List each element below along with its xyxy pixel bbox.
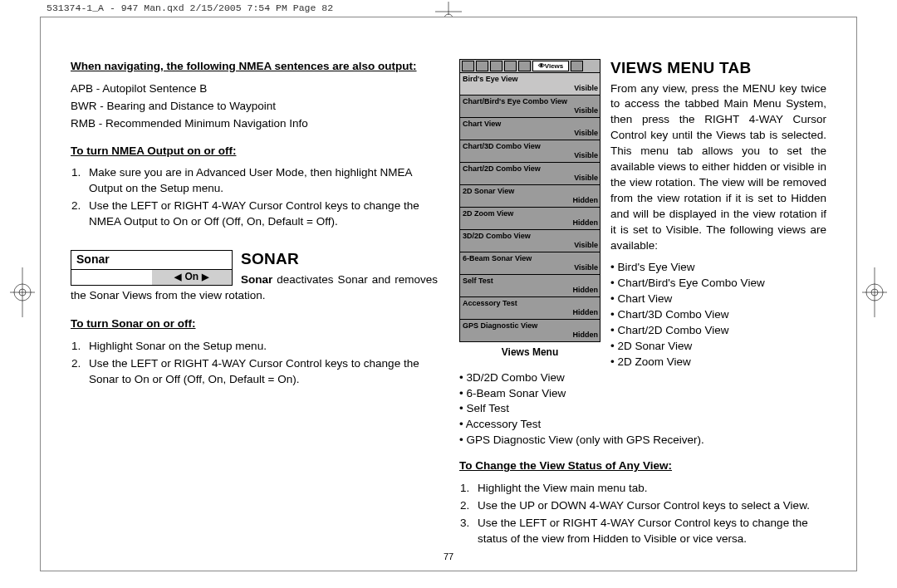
right-column: 👁 Views Bird's Eye ViewVisibleChart/Bird… [459,57,826,546]
views-row: Bird's Eye ViewVisible [459,73,600,96]
list-item: GPS Diagnostic View (only with GPS Recei… [459,433,826,448]
sonar-steps: Highlight Sonar on the Setup menu. Use t… [84,339,438,388]
views-row: Chart ViewVisible [459,118,600,140]
views-row-status: Visible [574,150,598,161]
views-row-label: Chart/2D Combo View [463,164,541,174]
sonar-turn-heading: To turn Sonar on or off: [71,316,438,332]
sonar-widget-value-row: ◀ On ▶ [71,270,233,286]
views-row: 6-Beam Sonar ViewVisible [459,252,600,275]
sonar-setting-widget: Sonar ◀ On ▶ [71,250,233,286]
views-row-label: Chart View [463,119,501,130]
views-menu-screenshot: 👁 Views Bird's Eye ViewVisibleChart/Bird… [459,59,600,342]
views-row: 2D Sonar ViewHidden [459,185,600,208]
views-row: 2D Zoom ViewHidden [459,208,600,230]
views-row-label: Bird's Eye View [463,74,518,85]
views-row-label: Chart/Bird's Eye Combo View [463,96,567,107]
views-row-label: Self Test [463,276,493,287]
views-tab-selected: 👁 Views [532,61,569,71]
sonar-widget-value: ◀ On ▶ [152,270,233,285]
crop-mark-right [862,267,887,321]
nmea-steps: Make sure you are in Advanced User Mode,… [84,165,438,230]
left-column: When navigating, the following NMEA sent… [71,57,438,546]
crop-mark-left [10,267,35,321]
views-row: Accessory TestHidden [459,297,600,320]
views-row-label: 3D/2D Combo View [463,231,531,242]
views-row-label: GPS Diagnostic View [463,321,537,331]
nmea-heading: When navigating, the following NMEA sent… [71,59,438,75]
nmea-line: RMB - Recommended Minimum Navigation Inf… [71,116,438,132]
views-row: Chart/2D Combo ViewVisible [459,163,600,185]
views-row-status: Visible [574,105,598,116]
views-row-status: Visible [574,173,598,184]
views-row-status: Visible [574,262,598,273]
views-row-label: 2D Sonar View [463,186,514,197]
views-caption: Views Menu [459,345,600,360]
views-row-status: Hidden [573,195,599,206]
list-item: Self Test [459,401,826,417]
views-row-label: Accessory Test [463,298,517,309]
nmea-line: BWR - Bearing and Distance to Waypoint [71,99,438,115]
list-item: Highlight Sonar on the Setup menu. [84,339,438,355]
list-item: Highlight the View main menu tab. [473,481,826,497]
right-arrow-icon: ▶ [199,271,212,283]
change-view-heading: To Change the View Status of Any View: [459,458,826,474]
views-row-status: Hidden [573,218,599,228]
nmea-turn-heading: To turn NMEA Output on or off: [71,144,438,159]
views-tab-bar: 👁 Views [459,59,600,73]
list-item: Accessory Test [459,417,826,433]
views-row: GPS Diagnostic ViewHidden [459,320,600,342]
views-row-status: Visible [574,83,598,94]
views-row-label: Chart/3D Combo View [463,141,541,152]
views-row-status: Visible [574,128,598,139]
views-row-status: Hidden [573,285,599,296]
views-row-label: 2D Zoom View [463,208,513,219]
list-item: 3D/2D Combo View [459,370,826,386]
views-row-status: Hidden [573,330,599,341]
list-item: Use the LEFT or RIGHT 4-WAY Cursor Contr… [84,198,438,230]
sonar-widget-label: Sonar [71,250,233,270]
views-row-label: 6-Beam Sonar View [463,253,532,264]
list-item: 6-Beam Sonar View [459,386,826,402]
views-row-status: Visible [574,240,598,251]
list-item: Use the UP or DOWN 4-WAY Cursor Control … [473,498,826,514]
views-row: Chart/3D Combo ViewVisible [459,140,600,163]
views-row-status: Hidden [573,307,599,318]
views-row: Chart/Bird's Eye Combo ViewVisible [459,96,600,118]
print-slug: 531374-1_A - 947 Man.qxd 2/15/2005 7:54 … [47,2,333,13]
change-view-steps: Highlight the View main menu tab. Use th… [473,481,826,547]
nmea-line: APB - Autopilot Sentence B [71,81,438,97]
page-number: 77 [444,551,453,561]
page-frame: When navigating, the following NMEA sent… [40,17,857,571]
views-row: 3D/2D Combo ViewVisible [459,230,600,252]
list-item: Use the LEFT or RIGHT 4-WAY Cursor Contr… [84,356,438,388]
list-item: Use the LEFT or RIGHT 4-WAY Cursor Contr… [473,516,826,547]
views-row: Self TestHidden [459,275,600,297]
left-arrow-icon: ◀ [171,271,184,283]
list-item: Make sure you are in Advanced User Mode,… [84,165,438,197]
